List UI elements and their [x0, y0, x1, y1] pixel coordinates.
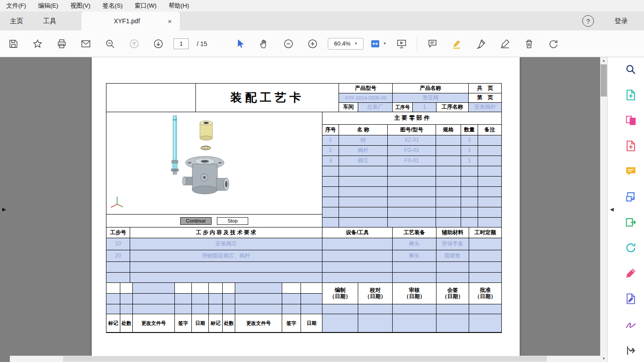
header-blank-cell [106, 84, 196, 112]
fit-width-button[interactable]: ▼ [370, 38, 386, 49]
zoom-level-value: 60.4% [334, 40, 351, 47]
zoom-in-icon [307, 38, 318, 49]
panel-toggle-button[interactable] [625, 345, 637, 357]
revision-row [106, 283, 322, 294]
parts-cell: 1 [461, 146, 478, 156]
fill-sign-button[interactable] [625, 267, 637, 279]
save-button[interactable] [4, 35, 22, 53]
add-page-button[interactable] [625, 89, 637, 101]
signature-icon [625, 318, 637, 330]
tab-close-icon[interactable]: × [166, 17, 174, 25]
parts-cell: XZ-01 [388, 135, 436, 146]
presentation-button[interactable] [393, 35, 411, 53]
steps-cell [469, 238, 501, 250]
parts-cell: 阀杆 [339, 146, 388, 156]
expand-left-panel-icon[interactable]: ▶ [2, 206, 6, 212]
menu-edit[interactable]: 编辑(E) [35, 1, 61, 11]
comment-button[interactable] [424, 35, 441, 53]
process-name-value: 安装阀杆 [469, 103, 501, 112]
create-pdf-button[interactable] [625, 140, 637, 152]
print-button[interactable] [53, 35, 71, 53]
scroll-up-icon[interactable]: ▲ [600, 59, 607, 63]
select-tool-button[interactable] [231, 35, 249, 53]
tab-home[interactable]: 主页 [0, 12, 33, 30]
help-icon[interactable]: ? [582, 15, 594, 27]
form-button-row: Continue Stop [106, 214, 322, 227]
product-name-label: 产品名称 [393, 84, 469, 93]
parts-cell: 销 [339, 135, 388, 146]
menu-file[interactable]: 文件(F) [4, 1, 29, 11]
marquee-zoom-button[interactable] [101, 35, 119, 53]
product-name-value: 泄压阀 [393, 93, 469, 103]
steps-cell: 榔头 [393, 238, 436, 250]
steps-cell: 用销固定阀芯、阀杆 [130, 250, 322, 262]
vertical-scrollbar-thumb[interactable] [601, 64, 607, 97]
horizontal-scrollbar-thumb[interactable] [63, 356, 547, 362]
page-total-label: / 15 [197, 40, 207, 47]
zoom-out-button[interactable] [280, 35, 297, 53]
document-canvas[interactable]: 装配工艺卡 产品型号 产品名称 共 页 XYF-2014-0000-00 泄压阀 [10, 57, 600, 362]
search-tool-button[interactable] [625, 63, 637, 76]
stop-button[interactable]: Stop [217, 217, 248, 225]
parts-cell [436, 156, 461, 166]
horizontal-scrollbar[interactable] [10, 356, 600, 362]
parts-cell [436, 135, 461, 146]
comments-panel-button[interactable] [625, 165, 637, 177]
email-button[interactable] [77, 35, 95, 53]
pdf-page: 装配工艺卡 产品型号 产品名称 共 页 XYF-2014-0000-00 泄压阀 [92, 57, 520, 362]
page-number-input[interactable] [174, 38, 189, 49]
revision-col-count2: 处数 [223, 314, 235, 333]
continue-button[interactable]: Continue [180, 217, 212, 225]
organize-pages-button[interactable] [625, 114, 637, 126]
save-icon [8, 38, 19, 49]
cursor-icon [235, 38, 246, 49]
tab-document[interactable]: XYF1.pdf × [81, 12, 180, 30]
collapse-right-panel-icon[interactable]: ◀ [610, 206, 614, 212]
export-pdf-button[interactable] [625, 216, 637, 228]
pdf-convert-button[interactable] [625, 242, 637, 254]
export-icon [625, 216, 637, 228]
stamp-sign-button[interactable] [496, 35, 514, 53]
menu-view[interactable]: 视图(V) [68, 1, 93, 11]
next-page-button[interactable] [149, 35, 167, 53]
vertical-scrollbar[interactable]: ▲ ▼ [600, 57, 607, 362]
tab-tools[interactable]: 工具 [33, 12, 66, 30]
menu-help[interactable]: 帮助(H) [166, 1, 192, 11]
previous-page-button[interactable] [125, 35, 143, 53]
approval-col-prepared: 编制 （日期） [322, 283, 358, 304]
menu-sign[interactable]: 签名(S) [100, 1, 125, 11]
parts-cell: FG-01 [388, 146, 436, 156]
parts-col-qty: 数量 [461, 125, 478, 135]
edit-pdf-button[interactable] [625, 293, 637, 305]
highlighter-icon [451, 38, 462, 49]
favorite-button[interactable] [29, 35, 47, 53]
product-model-label: 产品型号 [339, 84, 393, 93]
convert-pages-button[interactable] [625, 191, 637, 203]
highlight-button[interactable] [448, 35, 466, 53]
signature-button[interactable] [625, 318, 637, 330]
steps-col-equipment: 设备/工具 [322, 227, 393, 238]
login-button[interactable]: 登录 [614, 17, 628, 25]
parts-cell [478, 135, 501, 146]
assembly-process-card: 装配工艺卡 产品型号 产品名称 共 页 XYF-2014-0000-00 泄压阀 [106, 83, 502, 333]
steps-col-tooling: 工艺装备 [393, 227, 436, 238]
parts-col-drawing: 图号/型号 [388, 125, 436, 135]
card-title: 装配工艺卡 [230, 91, 304, 105]
ink-sign-button[interactable] [472, 35, 490, 53]
hand-tool-button[interactable] [255, 35, 273, 53]
zoom-out-icon [283, 38, 294, 49]
scroll-down-icon[interactable]: ▼ [600, 357, 607, 361]
revision-header-row: 标记 处数 更改文件号 签字 日期 标记 处数 更改文件号 签字 日期 [106, 314, 322, 333]
menu-bar: 文件(F) 编辑(E) 视图(V) 签名(S) 窗口(W) 帮助(H) [0, 0, 644, 12]
parts-table-row [322, 218, 501, 227]
revision-col-sign: 签字 [175, 314, 192, 333]
fit-width-icon [370, 38, 381, 49]
zoom-in-button[interactable] [304, 35, 322, 53]
delete-button[interactable] [520, 35, 538, 53]
search-icon [625, 63, 637, 76]
trash-icon [524, 38, 534, 49]
menu-window[interactable]: 窗口(W) [132, 1, 159, 11]
rotate-view-button[interactable] [544, 35, 562, 53]
zoom-level-select[interactable]: 60.4% ▼ [328, 38, 364, 50]
sign-icon [500, 38, 510, 49]
